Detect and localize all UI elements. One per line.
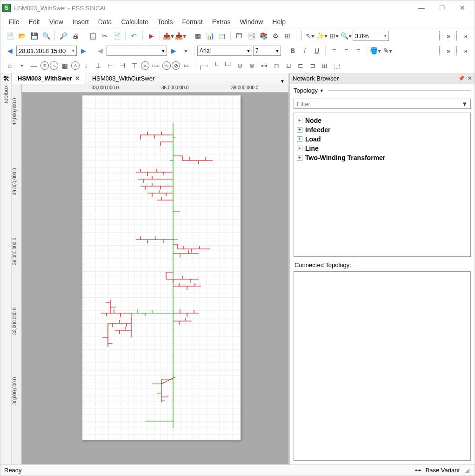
expand-icon[interactable]: + bbox=[297, 118, 302, 123]
tree-item-node[interactable]: +Node bbox=[297, 116, 468, 125]
element-e3-icon[interactable]: ⊏ bbox=[295, 60, 306, 71]
menu-calculate[interactable]: Calculate bbox=[116, 16, 153, 27]
variant-select[interactable]: ▾ bbox=[107, 46, 167, 56]
preview-icon[interactable]: 🔎 bbox=[58, 30, 69, 41]
close-button[interactable]: ✕ bbox=[452, 1, 473, 14]
element-t4-icon[interactable]: ⊤ bbox=[129, 60, 140, 71]
bold-icon[interactable]: B bbox=[287, 45, 298, 56]
w2-element-icon[interactable]: ⊘ bbox=[172, 61, 180, 70]
date-input[interactable]: 28.01.2018 15:00▾ bbox=[16, 46, 77, 56]
tree-item-infeeder[interactable]: +Infeeder bbox=[297, 125, 468, 134]
element-e4-icon[interactable]: ⊐ bbox=[307, 60, 318, 71]
element-t3-icon[interactable]: ⊣ bbox=[117, 60, 128, 71]
window-icon[interactable]: 🗔 bbox=[234, 30, 245, 41]
open-folder-icon[interactable]: 📂 bbox=[16, 30, 27, 41]
layers-icon[interactable]: 📑 bbox=[246, 30, 257, 41]
menu-extras[interactable]: Extras bbox=[207, 16, 235, 27]
a-element-icon[interactable]: A bbox=[71, 61, 80, 70]
connector-2-icon[interactable]: └ bbox=[210, 60, 221, 71]
expand-icon[interactable]: + bbox=[297, 127, 302, 133]
expand-icon[interactable]: + bbox=[297, 136, 302, 142]
node-icon[interactable]: • bbox=[16, 60, 27, 71]
search-icon[interactable]: 🔍 bbox=[40, 30, 52, 41]
menu-help[interactable]: Help bbox=[268, 16, 290, 27]
export-icon[interactable]: 📤▾ bbox=[163, 30, 174, 41]
align-center-icon[interactable]: ≡ bbox=[341, 45, 352, 56]
pu-element-icon[interactable]: PU bbox=[50, 61, 58, 70]
menu-format[interactable]: Format bbox=[177, 16, 207, 27]
dc-element-icon[interactable]: DC bbox=[181, 60, 192, 71]
home-icon[interactable]: ⌂ bbox=[4, 60, 15, 71]
overflow-button-3[interactable]: » bbox=[442, 45, 454, 56]
close-panel-icon[interactable]: ✕ bbox=[468, 75, 472, 81]
next-record-icon[interactable]: ▶ bbox=[78, 45, 89, 56]
prev-record-icon[interactable]: ◀ bbox=[4, 45, 15, 56]
new-file-icon[interactable]: 📄 bbox=[4, 30, 15, 41]
tab-overflow-icon[interactable]: ▼ bbox=[276, 79, 288, 84]
pin-icon[interactable]: 📌 bbox=[458, 75, 465, 81]
connector-1-icon[interactable]: ┌→ bbox=[198, 60, 209, 71]
overflow-button-4[interactable]: » bbox=[460, 45, 471, 56]
tab-withswer[interactable]: HSM003_WithSwer✕ bbox=[12, 73, 86, 84]
menu-file[interactable]: File bbox=[4, 16, 24, 27]
font-size-select[interactable]: 7▾ bbox=[253, 46, 281, 56]
chart-icon[interactable]: 📊 bbox=[204, 30, 215, 41]
tree-item-transformer[interactable]: +Two-Winding Transformer bbox=[297, 153, 468, 162]
menu-view[interactable]: View bbox=[45, 16, 68, 27]
element-t1-icon[interactable]: ⊥ bbox=[93, 60, 104, 71]
cut-icon[interactable]: ✂ bbox=[99, 30, 110, 41]
variant-next-icon[interactable]: ▶ bbox=[168, 45, 179, 56]
undo-icon[interactable]: ↶ bbox=[128, 30, 140, 41]
line-color-icon[interactable]: ✎▾ bbox=[382, 45, 393, 56]
canvas-area[interactable]: 42,000,000.0 39,000,000.0 36,000,000.0 3… bbox=[12, 84, 288, 464]
overflow-button-1[interactable]: » bbox=[442, 30, 454, 41]
grid-icon[interactable]: ⊞▾ bbox=[328, 30, 340, 41]
rlc-element-icon[interactable]: RLC bbox=[150, 60, 161, 71]
fill-color-icon[interactable]: 🪣▾ bbox=[370, 45, 381, 56]
variant-menu-icon[interactable]: ▾ bbox=[180, 45, 191, 56]
wave-icon[interactable]: ∿ bbox=[162, 61, 171, 70]
options-icon[interactable]: ⚙ bbox=[270, 30, 281, 41]
menu-insert[interactable]: Insert bbox=[68, 16, 94, 27]
save-icon[interactable]: 💾 bbox=[28, 30, 40, 41]
element-e5-icon[interactable]: ⊞ bbox=[319, 60, 330, 71]
filter-input[interactable]: Filter▼ bbox=[294, 99, 471, 109]
underline-icon[interactable]: U bbox=[311, 45, 322, 56]
topology-dropdown[interactable]: Topology▼ bbox=[290, 84, 475, 97]
menu-data[interactable]: Data bbox=[94, 16, 117, 27]
element-e1-icon[interactable]: ⊓ bbox=[271, 60, 282, 71]
line-element-icon[interactable]: — bbox=[28, 60, 40, 71]
import-icon[interactable]: 📥▾ bbox=[175, 30, 186, 41]
align-left-icon[interactable]: ≡ bbox=[328, 45, 340, 56]
menu-edit[interactable]: Edit bbox=[24, 16, 45, 27]
italic-icon[interactable]: I bbox=[299, 45, 310, 56]
data-icon[interactable]: ▤ bbox=[216, 30, 227, 41]
zoom-icon[interactable]: 🔍▾ bbox=[341, 30, 352, 41]
tree-item-line[interactable]: +Line bbox=[297, 144, 468, 153]
paste-icon[interactable]: 📄 bbox=[111, 30, 122, 41]
filter-icon[interactable]: ⊞ bbox=[282, 30, 293, 41]
toolbox-sidebar[interactable]: 🛠 Toolbox bbox=[0, 73, 12, 464]
minimize-button[interactable]: — bbox=[411, 1, 432, 14]
sc-element-icon[interactable]: SC bbox=[141, 61, 149, 70]
wand-icon[interactable]: ✨▾ bbox=[316, 30, 328, 41]
s-element-icon[interactable]: S bbox=[40, 61, 49, 70]
table-icon[interactable]: ▦ bbox=[192, 30, 203, 41]
drawing-canvas[interactable] bbox=[82, 95, 241, 440]
align-right-icon[interactable]: ≡ bbox=[353, 45, 364, 56]
font-name-select[interactable]: Arial▾ bbox=[197, 46, 252, 56]
load-icon[interactable]: ↓ bbox=[80, 60, 92, 71]
sheets-icon[interactable]: 📚 bbox=[258, 30, 269, 41]
connector-3-icon[interactable]: └┘ bbox=[222, 60, 234, 71]
expand-icon[interactable]: + bbox=[297, 146, 302, 151]
element-e2-icon[interactable]: ⊔ bbox=[283, 60, 294, 71]
transformer-3w-icon[interactable]: ⊛ bbox=[247, 60, 258, 71]
menu-window[interactable]: Window bbox=[235, 16, 268, 27]
transformer-2w-icon[interactable]: ⊖ bbox=[234, 60, 246, 71]
tree-item-load[interactable]: +Load bbox=[297, 134, 468, 144]
grid-element-icon[interactable]: ▦ bbox=[59, 60, 70, 71]
pointer-icon[interactable]: ↖▾ bbox=[304, 30, 315, 41]
run-icon[interactable]: ▶ bbox=[146, 30, 157, 41]
copy-icon[interactable]: 📋 bbox=[87, 30, 98, 41]
group-icon[interactable]: ⬚ bbox=[331, 60, 342, 71]
